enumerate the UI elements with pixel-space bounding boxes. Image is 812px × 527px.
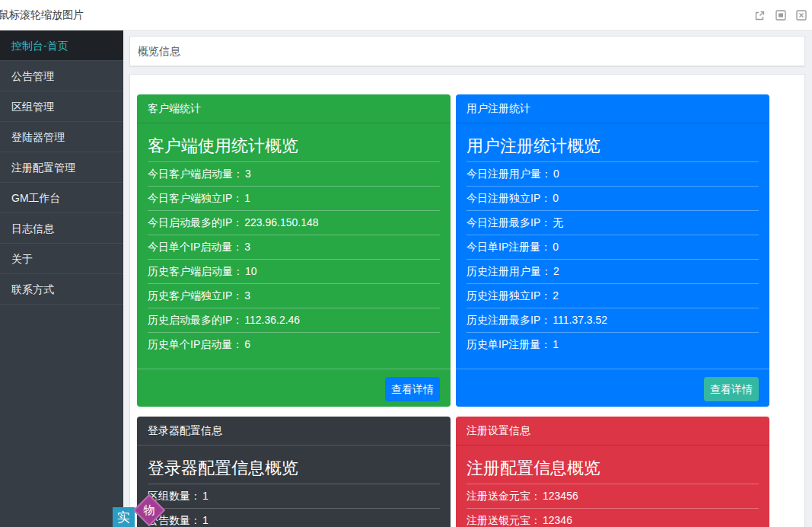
- stat-row: 今日单IP注册量：0: [467, 235, 759, 259]
- stat-value: 111.37.3.52: [552, 314, 607, 326]
- stat-row: 今日客户端独立IP：1: [148, 186, 440, 210]
- sidebar-item-about[interactable]: 关于: [0, 244, 123, 274]
- page-header: 概览信息: [129, 36, 805, 66]
- stat-row: 今日单个IP启动量：3: [148, 235, 440, 259]
- topbar-title: 鼠标滚轮缩放图片: [0, 8, 84, 22]
- stat-row: 注册送银元宝：12346: [467, 508, 759, 527]
- stat-value: 2: [553, 265, 559, 277]
- stat-label: 今日单IP注册量：: [467, 241, 551, 253]
- view-details-button-client-stats[interactable]: 查看详情: [385, 377, 440, 401]
- stat-label: 注册送金元宝：: [467, 490, 541, 502]
- card-footer-client-stats: 查看详情: [137, 369, 451, 407]
- stat-row: 历史启动最多的IP：112.36.2.46: [148, 308, 440, 332]
- floating-badge-wu-label: 物: [139, 500, 159, 520]
- topbar: 鼠标滚轮缩放图片: [0, 0, 812, 30]
- stat-value: 0: [553, 168, 559, 180]
- card-title-client-stats: 客户端使用统计概览: [148, 134, 440, 158]
- stat-label: 今日客户端独立IP：: [148, 192, 243, 204]
- stat-row: 历史客户端启动量：10: [148, 259, 440, 283]
- stat-label: 今日单个IP启动量：: [148, 241, 243, 253]
- stat-value: 3: [244, 241, 250, 253]
- stat-label: 今日注册独立IP：: [467, 192, 551, 204]
- stat-row: 今日注册独立IP：0: [467, 186, 759, 210]
- sidebar-item-console-home[interactable]: 控制台-首页: [0, 30, 123, 61]
- open-external-icon[interactable]: [753, 9, 766, 22]
- stat-value: 3: [245, 168, 251, 180]
- view-details-button-user-register-stats[interactable]: 查看详情: [704, 377, 759, 401]
- overview-panel: 客户端统计客户端使用统计概览今日客户端启动量：3今日客户端独立IP：1今日启动最…: [129, 74, 805, 527]
- stat-row: 历史注册用户量：2: [467, 259, 759, 283]
- card-title-register-config: 注册配置信息概览: [467, 456, 759, 481]
- stat-value: 无: [552, 216, 563, 228]
- card-header-register-config: 注册设置信息: [456, 417, 769, 446]
- card-register-config: 注册设置信息注册配置信息概览注册送金元宝：123456注册送银元宝：12346: [456, 417, 769, 527]
- stat-label: 历史启动最多的IP：: [148, 314, 243, 326]
- card-user-register-stats: 用户注册统计用户注册统计概览今日注册用户量：0今日注册独立IP：0今日注册最多I…: [456, 94, 769, 407]
- stat-row: 今日客户端启动量：3: [148, 161, 440, 186]
- stat-label: 历史注册用户量：: [467, 265, 552, 277]
- stat-row: 注册送金元宝：123456: [467, 484, 759, 508]
- floating-badge-shi[interactable]: 实: [113, 507, 135, 527]
- stat-row: 公告数量：1: [148, 508, 440, 527]
- stat-value: 0: [552, 192, 559, 204]
- stat-label: 历史注册最多IP：: [467, 314, 551, 326]
- card-client-stats: 客户端统计客户端使用统计概览今日客户端启动量：3今日客户端独立IP：1今日启动最…: [137, 94, 451, 407]
- stat-value: 0: [552, 241, 559, 253]
- card-header-launcher-config: 登录器配置信息: [137, 417, 451, 446]
- stat-value: 1: [244, 192, 250, 204]
- stat-value: 1: [202, 490, 209, 502]
- stat-label: 今日注册最多IP：: [467, 216, 551, 228]
- sidebar: 控制台-首页公告管理区组管理登陆器管理注册配置管理GM工作台日志信息关于联系方式: [0, 30, 123, 527]
- sidebar-item-contact[interactable]: 联系方式: [0, 274, 123, 305]
- card-launcher-config: 登录器配置信息登录器配置信息概览区组数量：1公告数量：1: [137, 417, 451, 527]
- window-controls: [753, 9, 807, 22]
- stat-row: 历史单IP注册量：1: [467, 332, 759, 356]
- content-area: 概览信息 客户端统计客户端使用统计概览今日客户端启动量：3今日客户端独立IP：1…: [123, 30, 812, 527]
- stat-label: 今日启动最多的IP：: [148, 216, 243, 228]
- close-icon[interactable]: [795, 9, 807, 21]
- maximize-icon[interactable]: [775, 9, 787, 21]
- card-footer-user-register-stats: 查看详情: [456, 369, 769, 407]
- stat-row: 今日注册最多IP：无: [467, 210, 759, 235]
- stat-row: 历史客户端独立IP：3: [148, 283, 440, 308]
- card-title-user-register-stats: 用户注册统计概览: [467, 134, 759, 158]
- sidebar-item-launcher-manage[interactable]: 登陆器管理: [0, 122, 123, 152]
- stat-value: 12346: [543, 514, 572, 526]
- stat-label: 今日注册用户量：: [467, 168, 552, 180]
- card-header-user-register-stats: 用户注册统计: [456, 94, 769, 123]
- stat-label: 历史客户端启动量：: [148, 265, 244, 277]
- stat-value: 1: [202, 514, 209, 526]
- stat-value: 223.96.150.148: [244, 216, 318, 228]
- stat-value: 1: [552, 338, 559, 350]
- sidebar-item-notice-manage[interactable]: 公告管理: [0, 61, 123, 91]
- stat-row: 今日注册用户量：0: [467, 161, 759, 186]
- card-title-launcher-config: 登录器配置信息概览: [148, 456, 440, 481]
- stat-value: 3: [244, 289, 250, 302]
- sidebar-item-register-config-manage[interactable]: 注册配置管理: [0, 152, 123, 183]
- stat-label: 历史单个IP启动量：: [148, 338, 243, 350]
- stat-row: 历史注册最多IP：111.37.3.52: [467, 308, 759, 332]
- stat-label: 历史单IP注册量：: [467, 338, 551, 350]
- stat-row: 区组数量：1: [148, 484, 440, 508]
- stat-value: 2: [552, 289, 559, 302]
- stat-label: 今日客户端启动量：: [148, 168, 244, 180]
- stat-value: 6: [244, 338, 250, 350]
- stat-label: 历史客户端独立IP：: [148, 289, 243, 302]
- stat-row: 今日启动最多的IP：223.96.150.148: [148, 210, 440, 235]
- stat-label: 注册送银元宝：: [467, 514, 541, 526]
- stat-row: 历史注册独立IP：2: [467, 283, 759, 308]
- stat-row: 历史单个IP启动量：6: [148, 332, 440, 356]
- stat-label: 历史注册独立IP：: [467, 289, 551, 302]
- stat-value: 112.36.2.46: [244, 314, 300, 326]
- sidebar-item-zone-manage[interactable]: 区组管理: [0, 91, 123, 122]
- sidebar-item-gm-workbench[interactable]: GM工作台: [0, 183, 123, 213]
- stat-value: 10: [245, 265, 257, 277]
- stat-value: 123456: [543, 490, 578, 502]
- card-header-client-stats: 客户端统计: [137, 94, 451, 123]
- sidebar-item-log-info[interactable]: 日志信息: [0, 213, 123, 244]
